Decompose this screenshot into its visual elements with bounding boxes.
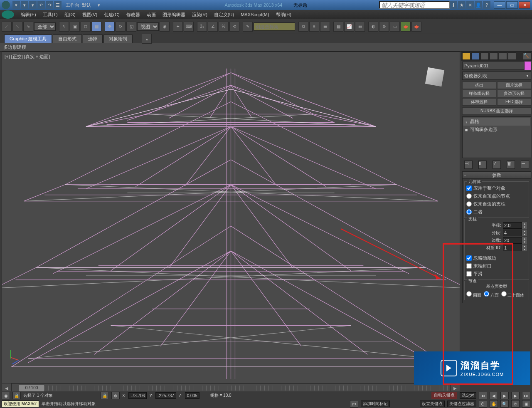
manip-icon[interactable]: ✦ [173, 22, 183, 32]
menu-edit[interactable]: 编辑(E) [17, 12, 39, 18]
star-icon[interactable]: ★ [458, 1, 466, 9]
ribbon-freeform[interactable]: 自由形式 [53, 35, 82, 43]
joints-only-radio[interactable] [466, 193, 472, 199]
workspace-label[interactable]: 工作台: 默认 [66, 2, 91, 8]
isolate-icon[interactable]: ◉ [2, 392, 10, 399]
matid-input[interactable] [503, 245, 522, 251]
menu-tools[interactable]: 工具(T) [39, 12, 61, 18]
help-search-input[interactable] [379, 1, 450, 9]
link-icon[interactable]: ⟋ [2, 22, 12, 32]
btn-patchsel[interactable]: 面片选择 [497, 82, 531, 89]
render-last-icon[interactable]: 🫖 [411, 22, 421, 32]
ribbon-subtab[interactable]: 多边形建模 [0, 43, 532, 52]
utilities-tab-icon[interactable] [508, 52, 516, 60]
sides-input[interactable] [503, 237, 522, 244]
configure-icon[interactable]: ☰ [521, 161, 529, 169]
rfw-icon[interactable]: ▭ [390, 22, 400, 32]
lock-sel-icon[interactable]: 🔒 [101, 392, 109, 399]
menu-animation[interactable]: 动画 [143, 12, 159, 18]
sign-icon[interactable]: 👤 [475, 1, 482, 9]
ignore-hidden-checkbox[interactable] [466, 255, 472, 261]
stack-epoly[interactable]: ■ 可编辑多边形 [463, 126, 530, 134]
btn-extrude[interactable]: 挤出 [462, 82, 496, 89]
apply-whole-checkbox[interactable] [466, 185, 472, 191]
x-field[interactable]: -73.706 [128, 392, 147, 399]
add-time-tag[interactable]: 添加时间标记 [361, 401, 390, 407]
scale-icon[interactable]: ◱ [126, 22, 136, 32]
menu-group[interactable]: 组(G) [61, 12, 79, 18]
smooth-checkbox[interactable] [466, 271, 472, 277]
octa-radio[interactable] [484, 291, 489, 297]
app-logo-icon[interactable] [2, 10, 14, 19]
params-rollout-header[interactable]: - 参数 [462, 171, 531, 179]
menu-maxscript[interactable]: MAXScript(M) [237, 12, 272, 17]
pctsnap-icon[interactable]: % [219, 22, 229, 32]
set-key-button[interactable]: 设置关键点 [420, 401, 445, 407]
close-button[interactable]: ✕ [519, 1, 530, 9]
btn-nurbs[interactable]: NURBS 曲面选择 [462, 107, 531, 115]
move-icon[interactable]: ✥ [105, 22, 115, 32]
play-next-icon[interactable]: ▶ [511, 392, 520, 399]
btn-ffdsel[interactable]: FFD 选择 [497, 98, 531, 106]
nav-pan-icon[interactable]: ✋ [490, 400, 498, 408]
nav-zoom-icon[interactable]: 🔍 [500, 400, 509, 408]
tb-save-icon[interactable]: ▾ [29, 1, 37, 9]
viewport[interactable]: [+] [正交] [真实 + 边面] [2, 52, 460, 384]
mirror-icon[interactable]: ⧉ [298, 22, 308, 32]
segments-spinner[interactable]: ▲▼ [522, 230, 527, 236]
modify-tab-icon[interactable] [471, 52, 480, 60]
radius-spinner[interactable]: ▲▼ [522, 222, 527, 229]
bind-icon[interactable]: ∿ [23, 22, 33, 32]
sel-rect-icon[interactable]: □ [81, 22, 91, 32]
btn-volsel[interactable]: 体积选择 [462, 98, 496, 106]
align-icon[interactable]: ≡ [309, 22, 319, 32]
motion-tab-icon[interactable] [490, 52, 498, 60]
ribbon-graphite[interactable]: Graphite 建模工具 [4, 35, 52, 43]
y-field[interactable]: -225.737 [155, 392, 176, 399]
help-icon[interactable]: ? [483, 1, 490, 9]
maximize-button[interactable]: ▭ [506, 1, 518, 9]
time-ruler[interactable] [44, 386, 450, 391]
time-slider-handle[interactable]: 0 / 100 [19, 385, 44, 391]
tb-new-icon[interactable]: ▾ [12, 1, 20, 9]
menu-rendering[interactable]: 渲染(R) [189, 12, 211, 18]
edit-sel-icon[interactable]: ✎ [243, 22, 253, 32]
endcaps-checkbox[interactable] [466, 263, 472, 269]
radius-input[interactable] [503, 222, 522, 229]
key-filters-button[interactable]: 关键点过滤器 [447, 401, 476, 407]
snap3-icon[interactable]: 3ₛ [197, 22, 207, 32]
object-name-input[interactable] [462, 62, 525, 70]
abs-rel-icon[interactable]: ⊕ [111, 392, 120, 399]
play-prev-icon[interactable]: ◀ [490, 392, 498, 399]
menu-help[interactable]: 帮助(H) [273, 12, 295, 18]
time-slider[interactable]: ◀ 0 / 100 ▶ [2, 384, 460, 392]
refcoord-select[interactable]: 视图 [137, 22, 159, 31]
modifier-stack[interactable]: ♀ 晶格 ■ 可编辑多边形 [462, 116, 531, 158]
show-end-icon[interactable]: Ⅱ [478, 161, 487, 169]
named-selset-input[interactable] [254, 22, 295, 31]
viewport-label[interactable]: [+] [正交] [真实 + 边面] [5, 54, 50, 60]
icosa-radio[interactable] [501, 291, 507, 297]
create-tab-icon[interactable] [462, 52, 470, 60]
pivot-icon[interactable]: ◉ [160, 22, 170, 32]
struts-only-radio[interactable] [466, 201, 472, 207]
nav-orbit-icon[interactable]: ⟳ [511, 400, 520, 408]
schematic-icon[interactable]: ☷ [355, 22, 365, 32]
graphite-icon[interactable]: ▦ [333, 22, 343, 32]
render-icon[interactable]: 🫖 [401, 22, 411, 32]
btn-splinesel[interactable]: 样条线选择 [462, 90, 496, 97]
tb-redo-icon[interactable]: ↷ [46, 1, 53, 9]
menu-grapheditors[interactable]: 图形编辑器 [159, 12, 189, 18]
play-end-icon[interactable]: ⏭ [522, 392, 530, 399]
nav-max-icon[interactable]: ▣ [522, 400, 530, 408]
render-setup-icon[interactable]: ⚙ [379, 22, 389, 32]
spinsnap-icon[interactable]: ⟲ [229, 22, 239, 32]
both-radio[interactable] [466, 209, 472, 215]
unique-icon[interactable]: ✓ [493, 161, 501, 169]
sel-window-icon[interactable]: ▦ [91, 22, 101, 32]
angsnap-icon[interactable]: ∠ [208, 22, 218, 32]
stack-lattice[interactable]: ♀ 晶格 [463, 118, 530, 126]
matid-spinner[interactable]: ▲▼ [522, 245, 527, 251]
curve-icon[interactable]: 📈 [344, 22, 354, 32]
menu-create[interactable]: 创建(C) [101, 12, 123, 18]
